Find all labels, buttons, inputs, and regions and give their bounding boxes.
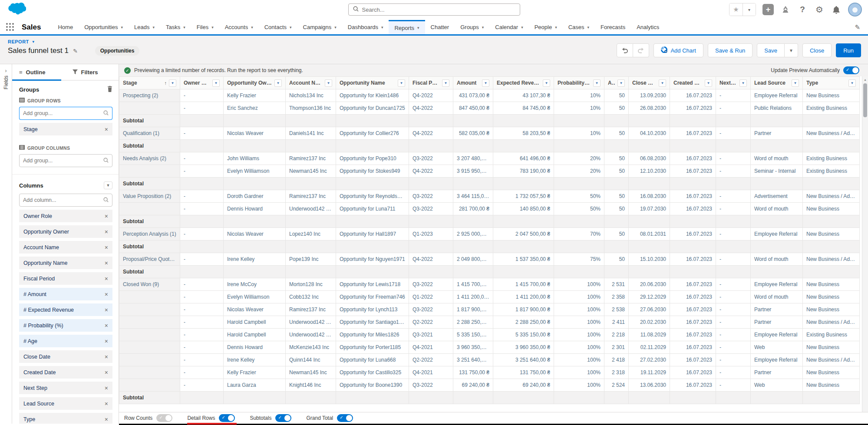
column-menu-icon[interactable]: ▼ xyxy=(659,79,666,87)
nav-tab-reports[interactable]: Reports▾ xyxy=(389,20,425,34)
edit-nav-pencil-icon[interactable]: ✎ xyxy=(855,23,860,31)
nav-tab-people[interactable]: People▾ xyxy=(529,20,563,34)
tab-outline[interactable]: ≡ Outline xyxy=(12,64,66,80)
field-chip[interactable]: # Expected Revenue× xyxy=(19,303,112,316)
column-menu-icon[interactable]: ▼ xyxy=(169,79,176,87)
global-add-icon[interactable]: + xyxy=(762,4,774,15)
field-chip[interactable]: Type× xyxy=(19,413,112,424)
row-counts-toggle[interactable]: ✓ xyxy=(156,414,172,422)
nav-tab-home[interactable]: Home xyxy=(52,20,79,34)
field-chip[interactable]: # Age× xyxy=(19,335,112,347)
add-column-input[interactable] xyxy=(23,197,103,203)
nav-tab-campaigns[interactable]: Campaigns▾ xyxy=(297,20,342,34)
remove-field-icon[interactable]: × xyxy=(105,213,108,220)
column-header-amount[interactable]: Amount▼ xyxy=(453,77,493,89)
tab-filters[interactable]: Filters xyxy=(66,64,119,80)
remove-field-icon[interactable]: × xyxy=(105,322,108,329)
detail-rows-toggle[interactable]: ✓ xyxy=(219,414,235,422)
nav-tab-analytics[interactable]: Analytics xyxy=(631,20,665,34)
field-chip[interactable]: Fiscal Period× xyxy=(19,272,112,285)
global-search[interactable] xyxy=(348,3,520,16)
column-header-lead-source[interactable]: Lead Source▼ xyxy=(751,77,803,89)
field-chip[interactable]: Lead Source× xyxy=(19,397,112,410)
field-chip[interactable]: Owner Role× xyxy=(19,210,112,222)
field-chip[interactable]: Opportunity Name× xyxy=(19,257,112,269)
column-menu-icon[interactable]: ▼ xyxy=(705,79,712,87)
app-launcher-icon[interactable] xyxy=(6,23,17,31)
nav-tab-files[interactable]: Files▾ xyxy=(191,20,219,34)
column-header-opportunity-owner[interactable]: Opportunity Owner▼ xyxy=(224,77,286,89)
close-button[interactable]: Close xyxy=(802,43,832,57)
columns-menu-button[interactable]: ▼ xyxy=(104,181,112,189)
nav-tab-calendar[interactable]: Calendar▾ xyxy=(489,20,528,34)
column-header-probability-[interactable]: Probability (%)▼ xyxy=(554,77,604,89)
column-header-expected-revenue[interactable]: Expected Revenue▼ xyxy=(493,77,554,89)
remove-field-icon[interactable]: × xyxy=(105,275,108,282)
field-chip[interactable]: Next Step× xyxy=(19,382,112,394)
remove-field-icon[interactable]: × xyxy=(105,244,108,251)
trailhead-icon[interactable] xyxy=(780,4,791,15)
remove-field-icon[interactable]: × xyxy=(105,385,108,392)
fields-panel-toggle[interactable]: › Fields xyxy=(0,64,12,424)
nav-tab-accounts[interactable]: Accounts▾ xyxy=(219,20,259,34)
nav-tab-chatter[interactable]: Chatter xyxy=(425,20,455,34)
grand-total-toggle[interactable]: ✓ xyxy=(337,414,353,422)
undo-button[interactable] xyxy=(617,43,633,57)
favorites-star-icon[interactable]: ★ xyxy=(729,3,743,16)
add-group-columns-input[interactable] xyxy=(23,158,103,164)
remove-field-icon[interactable]: × xyxy=(105,400,108,407)
remove-field-icon[interactable]: × xyxy=(105,260,108,267)
column-header-opportunity-name[interactable]: Opportunity Name▼ xyxy=(336,77,409,89)
column-menu-icon[interactable]: ▼ xyxy=(593,79,601,87)
field-chip[interactable]: Created Date× xyxy=(19,366,112,379)
column-menu-icon[interactable]: ▼ xyxy=(617,79,625,87)
remove-field-icon[interactable]: × xyxy=(105,126,108,133)
column-menu-icon[interactable]: ▼ xyxy=(543,79,550,87)
column-menu-icon[interactable]: ▼ xyxy=(442,79,449,87)
help-icon[interactable]: ? xyxy=(797,4,808,15)
favorites-dropdown-icon[interactable]: ▾ xyxy=(743,3,756,16)
subtotals-toggle[interactable]: ✓ xyxy=(275,414,291,422)
update-preview-toggle[interactable]: ✓ xyxy=(843,66,859,74)
save-dropdown-button[interactable]: ▼ xyxy=(785,43,798,57)
column-header-next-step[interactable]: Next Step▼ xyxy=(716,77,751,89)
column-menu-icon[interactable]: ▼ xyxy=(398,79,405,87)
save-button[interactable]: Save xyxy=(757,43,785,57)
column-menu-icon[interactable]: ▼ xyxy=(274,79,282,87)
redo-button[interactable] xyxy=(633,43,649,57)
column-header-owner-role[interactable]: Owner Role▼ xyxy=(180,77,224,89)
column-menu-icon[interactable]: ▼ xyxy=(325,79,332,87)
remove-field-icon[interactable]: × xyxy=(105,416,108,423)
column-header-stage[interactable]: Stage↑▼ xyxy=(119,77,180,89)
column-menu-icon[interactable]: ▼ xyxy=(212,79,220,87)
nav-tab-leads[interactable]: Leads▾ xyxy=(129,20,160,34)
notifications-bell-icon[interactable] xyxy=(831,4,842,15)
save-and-run-button[interactable]: Save & Run xyxy=(708,43,752,57)
field-chip[interactable]: Close Date× xyxy=(19,350,112,363)
vertical-scrollbar[interactable]: ▲ xyxy=(862,76,868,412)
field-chip[interactable]: Account Name× xyxy=(19,241,112,254)
remove-field-icon[interactable]: × xyxy=(105,306,108,313)
remove-field-icon[interactable]: × xyxy=(105,228,108,235)
run-button[interactable]: Run xyxy=(836,43,861,57)
column-menu-icon[interactable]: ▼ xyxy=(739,79,747,87)
remove-field-icon[interactable]: × xyxy=(105,291,108,298)
remove-field-icon[interactable]: × xyxy=(105,369,108,376)
field-chip[interactable]: # Amount× xyxy=(19,288,112,300)
nav-tab-dashboards[interactable]: Dashboards▾ xyxy=(342,20,389,34)
remove-field-icon[interactable]: × xyxy=(105,338,108,345)
field-chip[interactable]: # Probability (%)× xyxy=(19,319,112,332)
column-header-close-date[interactable]: Close Date▼ xyxy=(629,77,670,89)
nav-tab-opportunities[interactable]: Opportunities▾ xyxy=(79,20,129,34)
field-chip[interactable]: Opportunity Owner× xyxy=(19,225,112,238)
user-avatar[interactable] xyxy=(848,3,862,16)
field-chip[interactable]: Stage× xyxy=(19,123,112,135)
scrollbar-thumb[interactable] xyxy=(863,83,867,117)
nav-tab-contacts[interactable]: Contacts▾ xyxy=(259,20,297,34)
add-chart-button[interactable]: Add Chart xyxy=(653,43,703,57)
delete-groups-trash-icon[interactable] xyxy=(107,86,112,93)
setup-gear-icon[interactable]: ⚙ xyxy=(814,4,825,15)
column-header-type[interactable]: Type▼ xyxy=(803,77,860,89)
remove-field-icon[interactable]: × xyxy=(105,353,108,360)
column-menu-icon[interactable]: ▼ xyxy=(848,79,856,87)
